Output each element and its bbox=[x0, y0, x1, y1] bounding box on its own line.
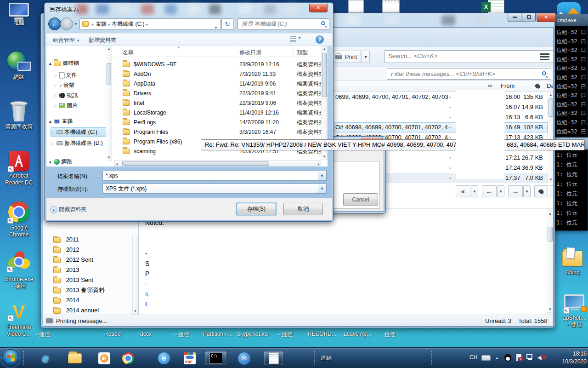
reply-all-dropdown[interactable]: ▼ bbox=[471, 185, 478, 197]
reply-button[interactable]: ← bbox=[482, 185, 497, 197]
search-icon[interactable] bbox=[542, 71, 546, 75]
folder-item[interactable]: ▷ 2012 Sent bbox=[44, 255, 131, 265]
forward-button[interactable]: → bbox=[60, 17, 73, 30]
folder-item[interactable]: ▷ 2013 bbox=[44, 265, 131, 275]
message-row[interactable]: O# 40698, 40699, 40700, 40701, 40702, 40… bbox=[334, 122, 548, 132]
taskbar-pdf-viewer-icon[interactable]: PDF bbox=[182, 351, 198, 366]
reply-all-button[interactable]: « bbox=[456, 185, 470, 197]
scrollbar-thumb[interactable] bbox=[322, 53, 327, 97]
maximize-button[interactable] bbox=[522, 13, 536, 22]
cmd-titlebar[interactable]: cmd.exe - bbox=[555, 14, 588, 26]
tray-clock[interactable]: 18:16 10/3/2020 bbox=[554, 350, 587, 366]
folder-pane-scrollbar[interactable]: ▼ bbox=[132, 235, 138, 315]
print-dropdown-button[interactable]: ▼ bbox=[362, 51, 370, 63]
nav-history-dropdown-icon[interactable]: ▼ bbox=[74, 22, 78, 26]
desktop-icon-label[interactable]: Skype list.xls bbox=[237, 331, 268, 337]
column-name[interactable]: 名稱 bbox=[123, 49, 134, 57]
message-row[interactable]: • • 16:13 6.6 KB bbox=[334, 112, 548, 122]
tray-show-hidden-icon[interactable]: ▲ bbox=[495, 356, 499, 360]
scroll-down-icon[interactable]: ▼ bbox=[322, 154, 327, 160]
desktop-icon-recycle-bin[interactable]: 資源回收筒 bbox=[3, 102, 35, 130]
tree-item-local-disk-c[interactable]: ▷ 本機磁碟 (C:) bbox=[51, 128, 111, 137]
scroll-down-icon[interactable]: ▼ bbox=[133, 309, 138, 314]
desktop-icon-label[interactable]: Partition A... bbox=[203, 331, 233, 337]
taskbar-media-player-icon[interactable]: ▶ bbox=[96, 351, 112, 366]
desktop-icon-ching[interactable]: Ching bbox=[558, 251, 587, 276]
folder-item[interactable]: ▷ 2014 annuel bbox=[44, 305, 131, 316]
table-row[interactable]: AddOn 7/3/2020 11:33 檔案資料夾 bbox=[114, 69, 328, 79]
scroll-up-icon[interactable]: ▲ bbox=[548, 92, 554, 98]
table-row[interactable]: AppData 11/4/2019 9:06 檔案資料夾 bbox=[114, 79, 328, 89]
dialog-search-input[interactable]: 搜尋 本機磁碟 (C:) bbox=[237, 18, 329, 30]
forward-dropdown[interactable]: ▼ bbox=[523, 185, 531, 197]
tree-item-documents[interactable]: ▷ 文件 bbox=[54, 71, 77, 80]
message-body-scrollbar[interactable]: ▲ ▼ bbox=[547, 211, 554, 313]
table-row[interactable]: $WINDOWS.~BT 23/9/2019 12:16 檔案資料夾 bbox=[114, 60, 328, 69]
excel-file-icon[interactable]: X bbox=[481, 0, 504, 14]
tree-item-new-volume-d[interactable]: ▷ 新增磁碟區 (D:) bbox=[51, 139, 103, 148]
desktop-icon-label[interactable]: - 捷徑 bbox=[278, 331, 293, 339]
help-button[interactable]: ? bbox=[316, 35, 324, 44]
scroll-right-icon[interactable]: ▸ bbox=[318, 161, 320, 167]
file-list-hscrollbar[interactable]: ◂ ▸ bbox=[114, 160, 321, 167]
column-separator[interactable] bbox=[237, 47, 237, 56]
read-indicator-dot[interactable]: • bbox=[449, 92, 451, 102]
refresh-button[interactable]: ↻ bbox=[221, 18, 233, 30]
attachment-column-icon[interactable]: ∞ bbox=[488, 82, 492, 89]
read-indicator-dot[interactable]: • bbox=[449, 163, 451, 173]
desktop-icon-acrobat[interactable]: ↖ Acrobat Reader DC bbox=[3, 151, 35, 186]
column-from[interactable]: From bbox=[501, 82, 514, 89]
scroll-down-icon[interactable]: ▼ bbox=[106, 155, 112, 161]
table-row[interactable]: Program Files 3/3/2020 16:47 檔案資料夾 bbox=[114, 127, 328, 137]
column-type[interactable]: 類型 bbox=[297, 49, 308, 57]
desktop-icon-label[interactable]: docx bbox=[140, 331, 152, 337]
desktop-icon-label[interactable]: - 捷徑 bbox=[36, 331, 50, 339]
links-toolbar[interactable]: 連結 bbox=[321, 354, 332, 362]
read-indicator-dot[interactable]: • bbox=[449, 173, 451, 183]
desktop-icon-apshot[interactable]: ↖ apShot.... - 捷徑 bbox=[561, 294, 588, 328]
read-indicator-dot[interactable]: • bbox=[449, 153, 451, 163]
scroll-up-icon[interactable]: ▲ bbox=[106, 46, 112, 52]
tree-item-music[interactable]: ▷♪ 音樂 bbox=[54, 81, 74, 90]
notepad-icon[interactable] bbox=[382, 0, 400, 13]
tray-language-indicator[interactable]: CH bbox=[469, 354, 477, 361]
tray-volume-muted-icon[interactable] bbox=[537, 354, 546, 361]
desktop-icon-label[interactable]: Leave Ap... bbox=[344, 331, 371, 337]
tree-scrollbar[interactable]: ▲ ▼ bbox=[106, 46, 112, 161]
search-input[interactable]: Search... <Ctrl+K> bbox=[384, 50, 554, 63]
desktop-icon-google-chrome[interactable]: ↖ Google Chrome bbox=[3, 201, 35, 238]
table-row[interactable]: Intel 22/3/2019 9:06 檔案資料夾 bbox=[114, 98, 328, 108]
tree-item-pictures[interactable]: ▷ 圖片 bbox=[54, 101, 78, 110]
message-list-scrollbar[interactable]: ▲ ▼ bbox=[548, 92, 554, 183]
folder-item[interactable]: ▷ 2013 Sent bbox=[44, 275, 131, 285]
scrollbar-thumb[interactable] bbox=[107, 63, 111, 85]
filter-input[interactable]: Filter these messages... <Ctrl+Shift+K> bbox=[387, 69, 551, 80]
column-date[interactable]: Date bbox=[547, 82, 554, 89]
scrollbar-thumb[interactable] bbox=[548, 227, 553, 242]
minimize-button[interactable] bbox=[508, 13, 521, 22]
desktop-icon-network[interactable]: 網路 bbox=[3, 52, 35, 80]
cmd-window-top[interactable]: cmd.exe - 位組=32 日位組=32 日位組=32 日位組=32 日位組… bbox=[555, 14, 588, 137]
address-dropdown-icon[interactable]: ▼ bbox=[214, 23, 218, 33]
taskbar-chrome-icon[interactable] bbox=[120, 351, 136, 366]
tree-item-network[interactable]: ▲ 網路 bbox=[48, 157, 72, 166]
archive-button[interactable] bbox=[534, 185, 548, 197]
organize-menu[interactable]: 組合管理 ▼ bbox=[53, 36, 80, 44]
message-row[interactable]: 0698, 40699, 40700, 40701, 40702, 40703,… bbox=[334, 92, 548, 102]
scroll-up-icon[interactable]: ▲ bbox=[547, 211, 553, 217]
desktop-icon-computer[interactable]: 電腦 bbox=[3, 3, 35, 26]
taskbar-thunderbird-icon[interactable]: ✉ bbox=[236, 351, 252, 366]
folder-item[interactable]: ▷ 2012 bbox=[44, 245, 131, 255]
folder-item[interactable]: ▷ 2014 bbox=[44, 295, 131, 305]
file-type-select[interactable]: XPS 文件 (*.xps) ▼ bbox=[102, 184, 327, 194]
breadcrumb-computer[interactable]: 電腦 bbox=[96, 21, 107, 27]
file-name-input[interactable]: *.xps ▼ bbox=[102, 171, 327, 181]
message-body-pane[interactable]: Noted. -SP-sI bbox=[139, 209, 547, 315]
breadcrumb-local-disk[interactable]: 本機磁碟 (C:) bbox=[112, 21, 144, 27]
column-date-modified[interactable]: 修改日期 bbox=[239, 49, 261, 57]
print-button[interactable]: Print bbox=[333, 51, 361, 63]
desktop-icon-label[interactable]: 捷徑 bbox=[384, 331, 396, 339]
cancel-button[interactable]: 取消 bbox=[283, 203, 323, 215]
taskbar-cmd-icon[interactable]: C:\_ bbox=[205, 351, 227, 366]
tray-qq-icon[interactable] bbox=[504, 354, 511, 362]
